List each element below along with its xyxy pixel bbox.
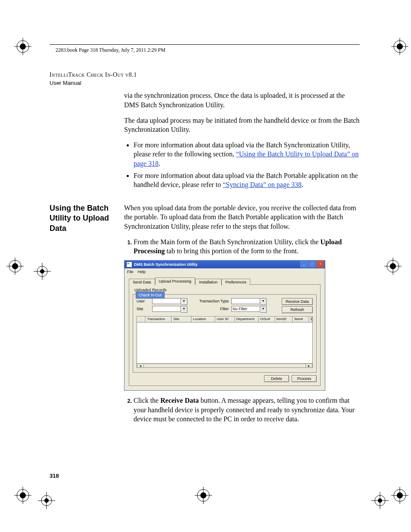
step-item: From the Main form of the Batch Synchron… — [134, 237, 360, 256]
crop-mark-icon — [34, 263, 48, 277]
records-grid[interactable]: Transaction Site Location User ID Depart… — [137, 316, 313, 368]
window-maximize-button[interactable]: □ — [308, 261, 316, 268]
process-button[interactable]: Process — [292, 375, 317, 382]
dropdown-icon[interactable]: ▼ — [260, 298, 267, 305]
scroll-right-icon[interactable]: ► — [305, 364, 312, 368]
grid-header-orso[interactable]: OrSo# — [259, 317, 275, 322]
window-close-button[interactable]: × — [317, 261, 324, 268]
window-minimize-button[interactable]: _ — [300, 261, 308, 268]
ui-term: Receive Data — [160, 397, 199, 404]
crop-mark-icon — [14, 487, 31, 504]
list-item: For more information about data upload v… — [134, 171, 360, 190]
tab-preferences[interactable]: Preferences — [221, 279, 250, 285]
crop-mark-icon — [371, 492, 384, 505]
crop-rule — [50, 44, 360, 45]
crop-mark-icon — [195, 487, 212, 504]
tab-installation[interactable]: Installation — [195, 279, 221, 285]
user-combo[interactable]: ▼ — [152, 298, 187, 304]
transaction-type-combo[interactable]: ▼ — [231, 298, 267, 304]
menu-file[interactable]: File — [127, 269, 134, 274]
filter-combo[interactable]: ▼ — [231, 306, 267, 312]
cross-reference-link[interactable]: “Syncing Data” on page 338 — [223, 181, 302, 188]
step-item: Click the Receive Data button. A message… — [134, 396, 360, 424]
label-user: User — [137, 299, 149, 304]
refresh-button[interactable]: Refresh — [282, 306, 313, 313]
running-header-subtitle: User Manual — [50, 79, 360, 87]
crop-mark-icon — [391, 487, 408, 504]
grid-header-selector[interactable] — [137, 317, 146, 322]
label-filter: Filter — [190, 306, 229, 311]
delete-button[interactable]: Delete — [264, 375, 289, 382]
grid-header-itemid[interactable]: ItemID — [275, 317, 293, 322]
receive-data-button[interactable]: Receive Data — [282, 298, 313, 305]
app-icon — [126, 261, 132, 268]
filter-input[interactable] — [231, 306, 260, 312]
crop-info-text: 2283.book Page 318 Thursday, July 7, 201… — [56, 47, 165, 53]
dropdown-icon[interactable]: ▼ — [260, 306, 267, 313]
running-header-title: IntelliTrack Check In-Out v8.1 — [50, 71, 360, 79]
tab-send-data[interactable]: Send Data — [129, 279, 155, 285]
site-combo[interactable]: ▼ — [152, 306, 187, 312]
transaction-type-input[interactable] — [231, 298, 260, 304]
body-paragraph: The data upload process may be initiated… — [124, 116, 360, 134]
check-in-out-group: Check In-Out User ▼ Transaction Type ▼ — [133, 294, 317, 373]
crop-mark-icon — [384, 258, 408, 282]
group-legend: Check In-Out — [136, 292, 165, 299]
grid-header-site[interactable]: Site — [172, 317, 192, 322]
scrollbar-track[interactable] — [144, 364, 305, 368]
body-paragraph: via the synchronization process. Once th… — [124, 91, 360, 109]
user-input[interactable] — [152, 298, 181, 304]
body-paragraph: When you upload data from the portable d… — [124, 203, 360, 231]
crop-mark-icon — [6, 258, 31, 282]
scroll-left-icon[interactable]: ◄ — [137, 364, 144, 368]
window-title: DMS Batch Synchronization Utility — [134, 262, 198, 267]
window-titlebar: DMS Batch Synchronization Utility _ □ × — [125, 261, 325, 268]
label-site: Site — [137, 306, 149, 311]
list-item: For more information about data upload v… — [134, 140, 360, 168]
menu-help[interactable]: Help — [138, 269, 146, 274]
screenshot-app-window: DMS Batch Synchronization Utility _ □ × … — [124, 260, 325, 391]
grid-header-itemnum[interactable]: Item# — [293, 317, 309, 322]
menu-bar: File Help — [125, 268, 325, 275]
grid-header-location[interactable]: Location — [192, 317, 215, 322]
grid-header-transaction[interactable]: Transaction — [146, 317, 172, 322]
page-number: 318 — [50, 472, 59, 480]
crop-mark-icon — [38, 492, 51, 505]
grid-header-department[interactable]: Department — [235, 317, 259, 322]
dropdown-icon[interactable]: ▼ — [181, 306, 187, 313]
tab-upload-processing[interactable]: Upload Processing — [155, 277, 196, 285]
section-heading: Using the Batch Utility to Upload Data — [50, 203, 116, 233]
crop-mark-icon — [391, 38, 408, 55]
site-input[interactable] — [152, 306, 181, 312]
label-transaction-type: Transaction Type — [190, 299, 229, 304]
crop-mark-icon — [14, 38, 31, 55]
grid-header-descrip[interactable]: Descrip — [309, 317, 312, 322]
dropdown-icon[interactable]: ▼ — [181, 298, 187, 305]
grid-header-userid[interactable]: User ID — [215, 317, 235, 322]
